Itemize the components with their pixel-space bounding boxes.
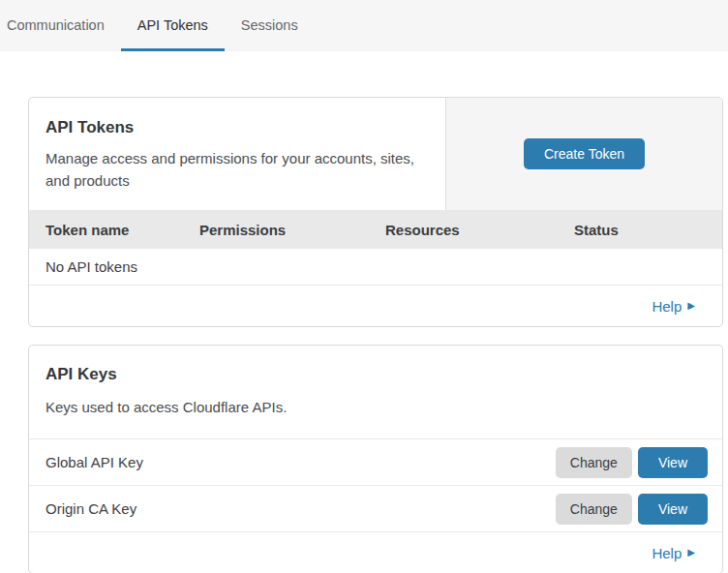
key-row-global-api-key: Global API Key Change View (29, 439, 722, 486)
api-tokens-description: Manage access and permissions for your a… (46, 147, 426, 192)
api-keys-help-label: Help (652, 545, 682, 561)
global-api-key-label: Global API Key (46, 454, 556, 470)
api-keys-description: Keys used to access Cloudflare APIs. (46, 396, 433, 418)
api-tokens-card-footer: Help ▶ (29, 286, 722, 326)
help-arrow-icon: ▶ (687, 301, 695, 311)
origin-ca-key-label: Origin CA Key (46, 500, 556, 517)
column-header-resources: Resources (385, 222, 574, 238)
origin-ca-key-view-button[interactable]: View (638, 494, 708, 525)
global-api-key-view-button[interactable]: View (638, 447, 708, 478)
tab-api-tokens[interactable]: API Tokens (121, 0, 225, 50)
column-header-permissions: Permissions (199, 222, 385, 238)
api-keys-card-footer: Help ▶ (29, 532, 722, 573)
tab-communication[interactable]: Communication (0, 0, 121, 50)
api-tokens-action-zone: Create Token (445, 98, 722, 210)
column-header-status: Status (574, 222, 722, 238)
origin-ca-key-change-button[interactable]: Change (556, 494, 632, 525)
settings-tab-bar: Communication API Tokens Sessions (0, 0, 728, 51)
api-tokens-title: API Tokens (46, 118, 426, 137)
api-keys-card: API Keys Keys used to access Cloudflare … (28, 345, 723, 573)
tokens-table-empty-row: No API tokens (29, 249, 722, 286)
api-tokens-help-link[interactable]: Help ▶ (652, 298, 695, 315)
api-keys-title: API Keys (46, 365, 706, 384)
create-token-button[interactable]: Create Token (524, 138, 645, 169)
global-api-key-change-button[interactable]: Change (556, 447, 632, 478)
api-keys-card-header: API Keys Keys used to access Cloudflare … (29, 346, 722, 439)
api-tokens-card: API Tokens Manage access and permissions… (28, 97, 723, 327)
api-tokens-card-header: API Tokens Manage access and permissions… (29, 98, 722, 210)
api-tokens-help-label: Help (652, 298, 682, 315)
column-header-token-name: Token name (29, 222, 199, 238)
tokens-table-header: Token name Permissions Resources Status (29, 210, 722, 249)
api-tokens-card-header-text: API Tokens Manage access and permissions… (29, 98, 445, 210)
api-keys-help-link[interactable]: Help ▶ (652, 545, 695, 561)
no-api-tokens-message: No API tokens (46, 258, 137, 275)
help-arrow-icon: ▶ (687, 548, 695, 558)
tab-sessions[interactable]: Sessions (225, 0, 315, 50)
key-row-origin-ca-key: Origin CA Key Change View (29, 486, 722, 532)
